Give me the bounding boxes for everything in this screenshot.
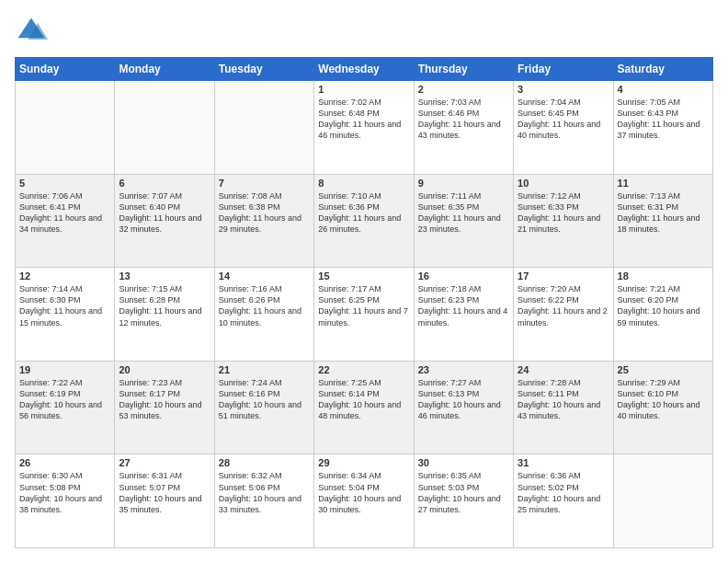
day-number: 8 [318,178,409,189]
day-info: Sunrise: 7:05 AM Sunset: 6:43 PM Dayligh… [618,97,709,142]
day-number: 15 [318,270,409,282]
day-number: 6 [119,178,210,189]
day-cell [16,81,115,175]
day-number: 30 [418,457,509,468]
weekday-header-friday: Friday [514,58,613,81]
day-number: 18 [618,270,709,282]
day-number: 19 [19,364,110,375]
day-info: Sunrise: 7:10 AM Sunset: 6:36 PM Dayligh… [318,190,409,236]
day-number: 22 [318,364,409,375]
day-info: Sunrise: 7:29 AM Sunset: 6:10 PM Dayligh… [618,377,709,422]
day-info: Sunrise: 6:32 AM Sunset: 5:06 PM Dayligh… [219,470,310,515]
day-number: 12 [19,270,110,282]
weekday-header-tuesday: Tuesday [214,58,313,81]
day-cell: 25Sunrise: 7:29 AM Sunset: 6:10 PM Dayli… [613,361,712,454]
day-cell: 10Sunrise: 7:12 AM Sunset: 6:33 PM Dayli… [514,174,613,268]
page: SundayMondayTuesdayWednesdayThursdayFrid… [0,0,728,563]
day-cell: 17Sunrise: 7:20 AM Sunset: 6:22 PM Dayli… [514,268,613,362]
day-cell: 16Sunrise: 7:18 AM Sunset: 6:23 PM Dayli… [414,268,513,362]
weekday-header-sunday: Sunday [16,58,115,81]
calendar: SundayMondayTuesdayWednesdayThursdayFrid… [15,57,713,548]
day-cell: 26Sunrise: 6:30 AM Sunset: 5:08 PM Dayli… [16,454,115,548]
day-cell: 28Sunrise: 6:32 AM Sunset: 5:06 PM Dayli… [214,454,313,548]
day-cell: 7Sunrise: 7:08 AM Sunset: 6:38 PM Daylig… [214,174,313,268]
day-cell: 31Sunrise: 6:36 AM Sunset: 5:02 PM Dayli… [514,454,613,548]
day-number: 25 [618,364,709,375]
day-cell [115,81,214,175]
day-info: Sunrise: 7:15 AM Sunset: 6:28 PM Dayligh… [119,283,210,328]
day-info: Sunrise: 7:20 AM Sunset: 6:22 PM Dayligh… [518,283,609,328]
weekday-header-monday: Monday [115,58,214,81]
day-info: Sunrise: 6:31 AM Sunset: 5:07 PM Dayligh… [119,470,210,515]
day-cell: 19Sunrise: 7:22 AM Sunset: 6:19 PM Dayli… [16,361,115,454]
day-cell: 30Sunrise: 6:35 AM Sunset: 5:03 PM Dayli… [414,454,513,548]
day-info: Sunrise: 6:36 AM Sunset: 5:02 PM Dayligh… [518,470,609,515]
day-info: Sunrise: 7:21 AM Sunset: 6:20 PM Dayligh… [618,283,709,328]
day-number: 5 [19,178,110,189]
day-info: Sunrise: 7:02 AM Sunset: 6:48 PM Dayligh… [318,97,409,142]
day-cell: 22Sunrise: 7:25 AM Sunset: 6:14 PM Dayli… [314,361,414,454]
day-info: Sunrise: 7:06 AM Sunset: 6:41 PM Dayligh… [19,190,110,236]
day-cell: 1Sunrise: 7:02 AM Sunset: 6:48 PM Daylig… [314,81,414,175]
day-cell: 5Sunrise: 7:06 AM Sunset: 6:41 PM Daylig… [16,174,115,268]
weekday-header-saturday: Saturday [613,58,712,81]
day-cell: 14Sunrise: 7:16 AM Sunset: 6:26 PM Dayli… [214,268,313,362]
day-cell: 2Sunrise: 7:03 AM Sunset: 6:46 PM Daylig… [414,81,513,175]
weekday-header-thursday: Thursday [414,58,513,81]
day-info: Sunrise: 7:14 AM Sunset: 6:30 PM Dayligh… [19,283,110,328]
day-number: 28 [219,457,310,468]
day-number: 11 [618,178,709,189]
day-number: 26 [19,457,110,468]
logo [15,15,51,48]
weekday-header-row: SundayMondayTuesdayWednesdayThursdayFrid… [16,58,713,81]
day-number: 2 [418,84,509,95]
day-info: Sunrise: 7:25 AM Sunset: 6:14 PM Dayligh… [318,377,409,422]
day-info: Sunrise: 7:12 AM Sunset: 6:33 PM Dayligh… [518,190,609,236]
day-cell: 4Sunrise: 7:05 AM Sunset: 6:43 PM Daylig… [613,81,712,175]
day-cell: 29Sunrise: 6:34 AM Sunset: 5:04 PM Dayli… [314,454,414,548]
day-cell: 24Sunrise: 7:28 AM Sunset: 6:11 PM Dayli… [514,361,613,454]
day-number: 31 [518,457,609,468]
day-cell [214,81,313,175]
day-number: 4 [618,84,709,95]
day-info: Sunrise: 7:16 AM Sunset: 6:26 PM Dayligh… [219,283,310,328]
day-cell: 13Sunrise: 7:15 AM Sunset: 6:28 PM Dayli… [115,268,214,362]
day-info: Sunrise: 7:23 AM Sunset: 6:17 PM Dayligh… [119,377,210,422]
day-number: 1 [318,84,409,95]
day-info: Sunrise: 7:18 AM Sunset: 6:23 PM Dayligh… [418,283,509,328]
day-info: Sunrise: 6:35 AM Sunset: 5:03 PM Dayligh… [418,470,509,515]
day-cell [613,454,712,548]
header [15,15,713,48]
day-cell: 9Sunrise: 7:11 AM Sunset: 6:35 PM Daylig… [414,174,513,268]
day-number: 27 [119,457,210,468]
day-cell: 27Sunrise: 6:31 AM Sunset: 5:07 PM Dayli… [115,454,214,548]
day-cell: 20Sunrise: 7:23 AM Sunset: 6:17 PM Dayli… [115,361,214,454]
day-number: 10 [518,178,609,189]
day-info: Sunrise: 7:08 AM Sunset: 6:38 PM Dayligh… [219,190,310,236]
day-number: 14 [219,270,310,282]
day-cell: 21Sunrise: 7:24 AM Sunset: 6:16 PM Dayli… [214,361,313,454]
day-number: 9 [418,178,509,189]
day-cell: 6Sunrise: 7:07 AM Sunset: 6:40 PM Daylig… [115,174,214,268]
day-info: Sunrise: 7:28 AM Sunset: 6:11 PM Dayligh… [518,377,609,422]
week-row-1: 5Sunrise: 7:06 AM Sunset: 6:41 PM Daylig… [16,174,713,268]
week-row-4: 26Sunrise: 6:30 AM Sunset: 5:08 PM Dayli… [16,454,713,548]
week-row-0: 1Sunrise: 7:02 AM Sunset: 6:48 PM Daylig… [16,81,713,175]
day-cell: 3Sunrise: 7:04 AM Sunset: 6:45 PM Daylig… [514,81,613,175]
day-number: 24 [518,364,609,375]
day-number: 13 [119,270,210,282]
weekday-header-wednesday: Wednesday [314,58,414,81]
day-number: 20 [119,364,210,375]
day-info: Sunrise: 7:17 AM Sunset: 6:25 PM Dayligh… [318,283,409,328]
day-info: Sunrise: 7:24 AM Sunset: 6:16 PM Dayligh… [219,377,310,422]
day-cell: 12Sunrise: 7:14 AM Sunset: 6:30 PM Dayli… [16,268,115,362]
day-cell: 23Sunrise: 7:27 AM Sunset: 6:13 PM Dayli… [414,361,513,454]
day-cell: 18Sunrise: 7:21 AM Sunset: 6:20 PM Dayli… [613,268,712,362]
logo-icon [15,15,48,48]
week-row-3: 19Sunrise: 7:22 AM Sunset: 6:19 PM Dayli… [16,361,713,454]
day-info: Sunrise: 7:13 AM Sunset: 6:31 PM Dayligh… [618,190,709,236]
day-number: 17 [518,270,609,282]
week-row-2: 12Sunrise: 7:14 AM Sunset: 6:30 PM Dayli… [16,268,713,362]
day-info: Sunrise: 7:11 AM Sunset: 6:35 PM Dayligh… [418,190,509,236]
day-number: 29 [318,457,409,468]
